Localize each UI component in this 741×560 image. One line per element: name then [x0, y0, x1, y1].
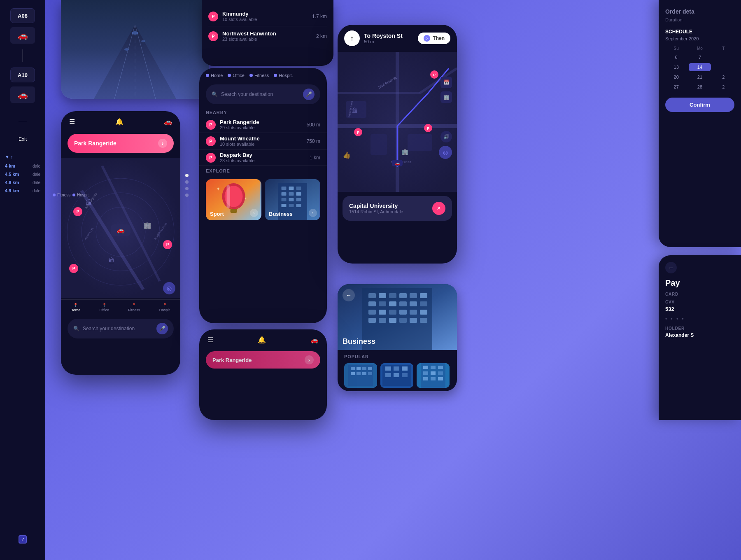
nav-destination: To Royston St 50 m — [364, 33, 414, 44]
building-icon-2: 🏢 — [143, 222, 151, 229]
svg-rect-21 — [227, 185, 230, 208]
park-button[interactable]: Park Rangeride › — [68, 134, 174, 153]
hamburger-icon-sm[interactable]: ☰ — [207, 336, 213, 344]
holder-value: Alexander S — [665, 332, 734, 338]
nearby-slots-3: 23 slots available — [220, 158, 305, 163]
svg-rect-76 — [368, 310, 376, 315]
phone-map-header: ☰ 🔔 🚗 — [61, 111, 180, 129]
cal-day-28[interactable]: 28 — [689, 83, 711, 91]
cal-day-empty1 — [713, 53, 734, 61]
order-title: Order deta — [665, 8, 734, 15]
filter-tabs: Home Office Fitness Hospit. — [199, 68, 327, 81]
svg-rect-39 — [289, 204, 294, 207]
svg-rect-112 — [431, 371, 436, 375]
cal-header-t: T — [713, 45, 734, 51]
svg-rect-70 — [368, 301, 376, 306]
parking-pin-1: P — [208, 12, 218, 21]
mic-button-search[interactable]: 🎤 — [303, 89, 315, 100]
cal-day-6[interactable]: 6 — [665, 53, 687, 61]
svg-rect-38 — [282, 204, 287, 207]
nearby-pin-3: P — [206, 153, 216, 163]
distance-item-1: 4 km dale — [5, 162, 40, 170]
svg-rect-71 — [379, 301, 386, 306]
svg-rect-115 — [431, 377, 436, 380]
notification-icon[interactable]: 🔔 — [115, 118, 124, 126]
nav-tab-hospit[interactable]: 📍 Hospit. — [159, 303, 171, 312]
search-bar-search[interactable]: 🔍 Search your destination 🎤 — [206, 84, 320, 104]
nav-tab-home[interactable]: 📍 Home — [70, 303, 80, 312]
svg-text:🚗: 🚗 — [395, 161, 400, 166]
nav-ctrl-calendar[interactable]: 📅 — [440, 77, 452, 88]
nav-close-button[interactable]: × — [432, 202, 445, 215]
search-placeholder-main: Search your destination — [83, 326, 135, 331]
sport-card-arrow[interactable]: › — [250, 209, 258, 217]
duration-label: Duration — [665, 17, 734, 22]
confirm-button[interactable]: Confirm — [665, 98, 734, 112]
cal-day-7[interactable]: 7 — [689, 53, 711, 61]
svg-rect-85 — [399, 318, 407, 323]
cvv-value: 532 — [665, 306, 734, 312]
nav-then-label: Then — [433, 35, 445, 41]
cal-day-13[interactable]: 13 — [665, 63, 687, 71]
svg-rect-32 — [282, 192, 287, 196]
svg-rect-72 — [389, 301, 396, 306]
filter-hospit[interactable]: Hospit. — [274, 73, 293, 78]
parking-dist-2: 2 km — [316, 33, 327, 39]
svg-rect-79 — [399, 310, 407, 315]
cal-day-29[interactable]: 2 — [713, 83, 734, 91]
cal-day-21[interactable]: 21 — [689, 73, 711, 81]
svg-rect-78 — [389, 310, 396, 315]
nearby-pin-1: P — [206, 120, 216, 130]
svg-rect-35 — [282, 198, 287, 201]
nav-locate-button[interactable]: ◎ — [439, 146, 452, 159]
nav-tab-hospit-label: Hospit. — [159, 308, 171, 312]
nav-ctrl-building[interactable]: 🏢 — [440, 91, 452, 103]
svg-rect-22 — [231, 209, 237, 213]
distance-item-4: 4.9 km dale — [5, 187, 40, 195]
nav-bottom-card: Capital University 1514 Robin St, Auburn… — [343, 196, 452, 221]
park-button-sm[interactable]: Park Rangeride › — [206, 351, 320, 369]
nearby-dist-2: 750 m — [307, 138, 320, 144]
filter-fitness[interactable]: Fitness — [249, 73, 269, 78]
filter-office[interactable]: Office — [228, 73, 245, 78]
svg-rect-66 — [389, 293, 396, 298]
svg-rect-114 — [423, 377, 428, 380]
svg-rect-116 — [438, 377, 443, 380]
car-icon-sm[interactable]: 🚗 — [310, 336, 319, 344]
cal-day-22[interactable]: 2 — [713, 73, 734, 81]
cal-day-14[interactable]: 14 — [689, 63, 711, 71]
svg-rect-103 — [385, 373, 391, 377]
filter-home[interactable]: Home — [206, 73, 223, 78]
svg-rect-36 — [289, 198, 294, 201]
popular-label: POPULAR — [338, 350, 457, 361]
checkbox-item[interactable]: ✓ — [19, 535, 27, 544]
parking-list-panel: P Kinmundy 10 slots available 1.7 km P N… — [202, 0, 333, 66]
search-bar-main[interactable]: 🔍 Search your destination 🎤 — [68, 319, 174, 338]
explore-card-sport[interactable]: ✦ ✦ Sport › — [206, 179, 261, 220]
filter-office-label: Office — [233, 73, 245, 78]
nav-tab-fitness[interactable]: 📍 Fitness — [128, 303, 140, 312]
explore-card-business[interactable]: Business › — [265, 179, 320, 220]
svg-rect-29 — [282, 187, 287, 190]
nav-then-button[interactable]: ▷ Then — [418, 33, 450, 44]
nav-tab-home-label: Home — [70, 308, 80, 312]
business-card-arrow[interactable]: › — [309, 209, 317, 217]
car-icon[interactable]: 🚗 — [164, 118, 172, 126]
cal-day-20[interactable]: 20 — [665, 73, 687, 81]
nav-tab-office[interactable]: 📍 Office — [100, 303, 109, 312]
hamburger-icon[interactable]: ☰ — [69, 118, 75, 126]
mic-button-main[interactable]: 🎤 — [156, 323, 168, 334]
nav-sound-icon[interactable]: 🔊 — [440, 131, 452, 142]
location-chip-hospit: Hospit. — [72, 193, 90, 197]
cal-day-27[interactable]: 27 — [665, 83, 687, 91]
svg-rect-82 — [368, 318, 376, 323]
locate-button-main[interactable]: ◎ — [163, 282, 175, 294]
pay-back-button[interactable]: ← — [665, 262, 677, 273]
exit-label: Exit — [19, 136, 27, 142]
parking-slots-2: 23 slots available — [222, 37, 312, 42]
nav-tabs-main: 📍 Home 📍 Office 📍 Fitness 📍 Hospit. — [61, 299, 180, 315]
hospit-dot — [274, 74, 277, 77]
schedule-title: SCHEDULE — [665, 29, 734, 35]
notification-icon-sm[interactable]: 🔔 — [258, 336, 266, 344]
business-back-button[interactable]: ← — [343, 289, 355, 301]
